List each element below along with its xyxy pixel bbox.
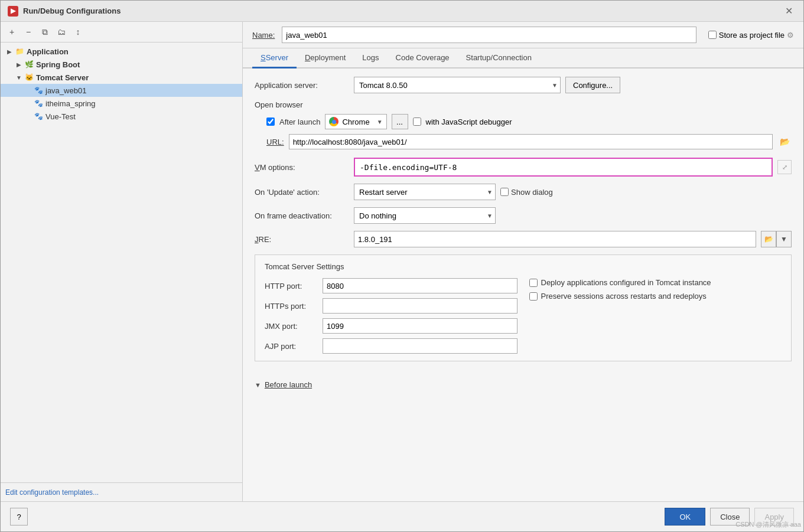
name-input[interactable] [282,27,696,43]
http-port-input[interactable] [323,278,517,293]
close-button[interactable]: ✕ [782,4,796,18]
store-project-file-checkbox[interactable] [708,31,717,39]
before-launch-toggle-icon: ▼ [255,381,261,389]
on-update-row: On 'Update' action: Restart server ▼ Sho… [255,184,792,200]
https-port-label: HTTPs port: [265,302,318,311]
app-server-arrow: ▼ [552,82,558,89]
folder-icon: 📁 [15,47,24,56]
js-debugger-checkbox[interactable] [413,118,421,126]
tabs-bar: SServer Deployment Logs Code Coverage St… [243,48,803,68]
toggle-spring[interactable]: ▶ [15,60,23,68]
url-folder-icon[interactable]: 📂 [777,135,792,149]
settings-gear-icon[interactable]: ⚙ [787,31,794,40]
chrome-icon [329,117,338,126]
main-content: + − ⧉ 🗂 ↕ ▶ 📁 Application ▶ 🌿 Spring Boo… [1,22,803,501]
app-server-label: Application server: [255,81,349,90]
preserve-sessions-checkbox[interactable] [529,292,538,301]
title-bar: ▶ Run/Debug Configurations ✕ [1,1,803,22]
tab-code-coverage[interactable]: Code Coverage [388,48,458,68]
edit-templates-link[interactable]: Edit configuration templates... [5,488,99,497]
left-panel: + − ⧉ 🗂 ↕ ▶ 📁 Application ▶ 🌿 Spring Boo… [1,22,243,501]
right-body: SServer Deployment Logs Code Coverage St… [243,48,803,501]
on-update-dropdown[interactable]: Restart server ▼ [354,184,496,200]
tomcat-label: Tomcat Server [36,73,89,82]
tab-server[interactable]: SServer [252,48,297,68]
app-server-value: Tomcat 8.0.50 [359,81,408,90]
tab-startup-connection[interactable]: Startup/Connection [458,48,540,68]
https-port-input[interactable] [323,298,517,314]
sort-button[interactable]: ↕ [71,25,84,38]
itheima-label: itheima_spring [45,99,96,108]
jre-buttons: 📂 ▼ [761,231,792,247]
jre-down-button[interactable]: ▼ [776,231,792,247]
vm-options-input[interactable] [354,158,773,177]
toggle-application[interactable]: ▶ [5,47,14,56]
ajp-port-label: AJP port: [265,342,318,351]
java-web01-label: java_web01 [45,86,86,95]
on-update-label: On 'Update' action: [255,188,349,197]
tree-item-application[interactable]: ▶ 📁 Application [1,45,242,58]
store-project-file-area: Store as project file ⚙ [708,31,794,40]
jmx-port-input[interactable] [323,318,517,334]
https-port-row: HTTPs port: [265,298,517,314]
http-port-row: HTTP port: [265,278,517,293]
chrome-arrow: ▼ [377,119,383,125]
run-debug-dialog: ▶ Run/Debug Configurations ✕ + − ⧉ 🗂 ↕ ▶… [0,0,804,532]
config-icon-2: 🐾 [34,99,43,108]
url-label: URL: [266,138,284,146]
show-dialog-checkbox[interactable] [500,188,509,196]
title-bar-left: ▶ Run/Debug Configurations [8,6,121,17]
url-input[interactable] [289,134,773,149]
name-label: Name: [252,31,275,40]
after-launch-checkbox[interactable] [266,118,275,126]
jre-folder-button[interactable]: 📂 [761,231,776,247]
jre-input[interactable] [354,231,756,247]
add-button[interactable]: + [5,25,18,38]
open-browser-label: Open browser [255,100,792,109]
expand-vm-options-button[interactable]: ⤢ [777,160,792,174]
before-launch-section: ▼ Before launch [243,377,803,399]
on-deactivation-dropdown[interactable]: Do nothing ▼ [354,207,496,224]
application-label: Application [27,47,69,56]
config-tree: ▶ 📁 Application ▶ 🌿 Spring Boot ▼ 🐱 Tomc… [1,43,242,482]
on-deactivation-arrow: ▼ [487,213,493,219]
app-server-row: Application server: Tomcat 8.0.50 ▼ Conf… [255,77,792,93]
tree-item-spring-boot[interactable]: ▶ 🌿 Spring Boot [1,58,242,71]
tab-logs[interactable]: Logs [354,48,387,68]
on-deactivation-label: On frame deactivation: [255,211,349,220]
remove-button[interactable]: − [22,25,35,38]
app-server-dropdown[interactable]: Tomcat 8.0.50 ▼ [354,77,561,93]
tree-item-tomcat[interactable]: ▼ 🐱 Tomcat Server [1,71,242,84]
on-deactivation-value: Do nothing [359,211,396,220]
deploy-tomcat-checkbox[interactable] [529,279,538,287]
vue-test-label: Vue-Test [45,112,76,121]
tree-item-vue-test[interactable]: ▶ 🐾 Vue-Test [1,110,242,123]
configure-button[interactable]: Configure... [565,77,620,93]
ports-left: HTTP port: HTTPs port: JMX port: [265,278,517,354]
deploy-checks: Deploy applications configured in Tomcat… [529,278,782,354]
bottom-bar: ? OK Close Apply [1,501,803,531]
tree-toolbar: + − ⧉ 🗂 ↕ [1,22,242,43]
after-launch-label: After launch [279,118,320,126]
tab-deployment[interactable]: Deployment [297,48,354,68]
before-launch-header[interactable]: ▼ Before launch [255,377,792,393]
url-row: URL: 📂 [255,134,792,149]
app-icon: ▶ [8,6,18,17]
config-icon-1: 🐾 [34,86,43,95]
store-project-file-label: Store as project file [719,31,785,40]
folder-button[interactable]: 🗂 [55,25,68,38]
jre-label: JRE: [255,235,349,244]
chrome-dropdown[interactable]: Chrome ▼ [325,114,386,129]
vm-options-label: VM options: [255,163,349,172]
tree-item-itheima[interactable]: ▶ 🐾 itheima_spring [1,97,242,110]
ajp-port-input[interactable] [323,338,517,354]
ok-button[interactable]: OK [665,508,705,526]
help-button[interactable]: ? [10,508,28,526]
tree-item-java-web01[interactable]: ▶ 🐾 java_web01 [1,84,242,97]
jmx-port-row: JMX port: [265,318,517,334]
toggle-tomcat[interactable]: ▼ [15,73,23,81]
before-launch-label: Before launch [265,380,312,389]
copy-button[interactable]: ⧉ [38,25,51,38]
open-browser-section: Open browser After launch Chrome ▼ ... [255,100,792,149]
ellipsis-button[interactable]: ... [392,114,408,129]
